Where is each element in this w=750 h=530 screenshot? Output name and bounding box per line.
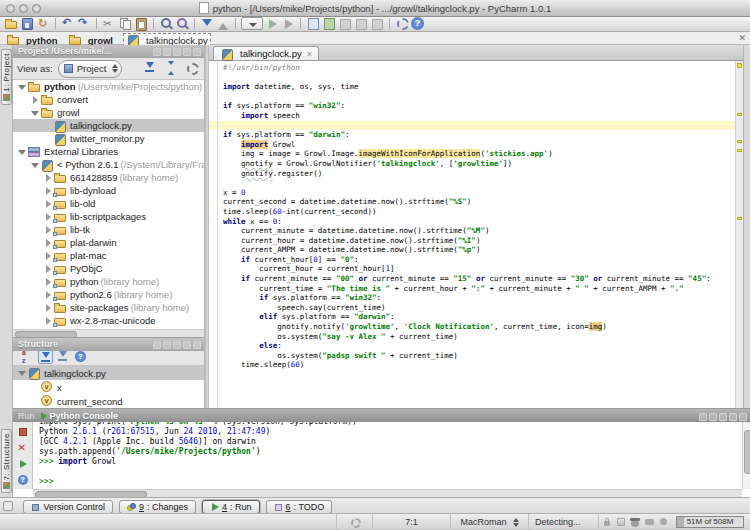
console-horizontal-scrollbar[interactable] xyxy=(33,489,742,497)
tree-open-arrow-icon[interactable] xyxy=(30,108,40,118)
tree-closed-arrow-icon[interactable] xyxy=(43,225,53,235)
tree-item-twitter-monitor.py[interactable]: twitter_monitor.py xyxy=(13,132,204,145)
sync-icon[interactable] xyxy=(36,17,50,30)
collapse-all-icon[interactable] xyxy=(164,61,179,75)
sidebar-item-structure[interactable]: 7: Structure xyxy=(1,429,12,493)
editor-area[interactable]: talkingclock.py × #!/usr/bin/pythonimpor… xyxy=(209,45,743,408)
tab-talkingclock[interactable]: talkingclock.py × xyxy=(213,46,319,60)
help-button-icon[interactable] xyxy=(17,474,29,486)
tree-item-site-packages[interactable]: site-packages (library home) xyxy=(13,301,204,314)
tab-python-console[interactable]: Python Console xyxy=(41,411,119,421)
close-icon[interactable] xyxy=(193,48,201,56)
tree-item-python-2.6.1[interactable]: < Python 2.6.1 (/System/Library/Fram xyxy=(13,158,204,171)
toolwindow-button-todo[interactable]: 6: TODO xyxy=(266,500,333,514)
tree-closed-arrow-icon[interactable] xyxy=(43,238,53,248)
warning-mark[interactable] xyxy=(737,140,742,143)
memory-indicator[interactable]: 51M of 508M xyxy=(670,514,750,530)
tree-open-arrow-icon[interactable] xyxy=(17,147,27,157)
close-icon[interactable] xyxy=(739,413,747,421)
pin-icon[interactable] xyxy=(173,341,181,349)
project-panel-header[interactable]: Project /Users/mike/... xyxy=(13,45,204,58)
autoscroll-icon[interactable] xyxy=(143,61,158,75)
pin-icon[interactable] xyxy=(173,48,181,56)
float-icon[interactable] xyxy=(699,413,707,421)
dock-icon[interactable] xyxy=(709,413,717,421)
caret-position-widget[interactable]: 7:1 xyxy=(372,514,450,530)
gray3-icon[interactable] xyxy=(370,17,384,30)
tree-item-wx-2.8-mac-unicode[interactable]: wx-2.8-mac-unicode xyxy=(13,314,204,327)
dot-icon[interactable] xyxy=(659,517,667,527)
encoding-widget[interactable]: MacRoman xyxy=(450,514,528,530)
copy-icon[interactable] xyxy=(118,17,132,30)
close-icon[interactable]: ✕ xyxy=(738,32,746,45)
debug-icon[interactable] xyxy=(281,17,295,30)
tree-closed-arrow-icon[interactable] xyxy=(43,277,53,287)
console-vertical-scrollbar[interactable] xyxy=(742,422,750,489)
code-editor[interactable]: #!/usr/bin/pythonimport datetime, os, sy… xyxy=(209,61,743,408)
tree-item-talkingclock.py[interactable]: talkingclock.py xyxy=(13,119,204,132)
warning-mark[interactable] xyxy=(737,149,742,152)
execute-button-icon[interactable] xyxy=(17,458,29,470)
tree-item-python[interactable]: python (library home) xyxy=(13,275,204,288)
tree-item-lib-scriptpackages[interactable]: lib-scriptpackages xyxy=(13,210,204,223)
tree-closed-arrow-icon[interactable] xyxy=(43,186,53,196)
bubble-icon[interactable] xyxy=(645,517,653,527)
tree-item-talkingclock.py[interactable]: talkingclock.py xyxy=(13,366,204,380)
tree-closed-arrow-icon[interactable] xyxy=(43,316,53,326)
tree-open-arrow-icon[interactable] xyxy=(17,368,27,378)
tree-closed-arrow-icon[interactable] xyxy=(30,95,40,105)
runconfig-icon[interactable] xyxy=(241,17,263,30)
tree-closed-arrow-icon[interactable] xyxy=(43,251,53,261)
project-horizontal-scrollbar[interactable] xyxy=(13,329,204,337)
export-icon[interactable] xyxy=(306,17,320,30)
float-icon[interactable] xyxy=(153,341,161,349)
tree-closed-arrow-icon[interactable] xyxy=(43,212,53,222)
inspector-icon[interactable] xyxy=(630,517,638,527)
tree-item-pyobjc[interactable]: PyObjC xyxy=(13,262,204,275)
pin-icon[interactable] xyxy=(719,413,727,421)
console-output[interactable]: import sys; print('Python %s on %s' % (s… xyxy=(33,422,742,489)
toolwindow-button-run[interactable]: 4: Run xyxy=(202,500,260,514)
tree-item-661428859[interactable]: 661428859 (library home) xyxy=(13,171,204,184)
open-icon[interactable] xyxy=(4,17,18,30)
run-icon[interactable] xyxy=(265,17,279,30)
tree-item-plat-mac[interactable]: plat-mac xyxy=(13,249,204,262)
undo-icon[interactable] xyxy=(61,17,75,30)
tab-close-icon[interactable]: × xyxy=(307,49,312,59)
float-icon[interactable] xyxy=(153,48,161,56)
close-icon[interactable] xyxy=(193,341,201,349)
tree-item-lib-dynload[interactable]: lib-dynload xyxy=(13,184,204,197)
tree-item-x[interactable]: x xyxy=(13,380,204,394)
warning-mark[interactable] xyxy=(737,63,742,68)
replace-icon[interactable] xyxy=(175,17,189,30)
help-icon[interactable] xyxy=(74,350,89,364)
hide-icon[interactable] xyxy=(183,48,191,56)
background-tasks-widget[interactable] xyxy=(336,514,372,530)
close-button-icon[interactable] xyxy=(17,442,29,454)
tree-item-python2.6[interactable]: python2.6 (library home) xyxy=(13,288,204,301)
lock-icon[interactable] xyxy=(602,517,610,527)
dock-icon[interactable] xyxy=(163,341,171,349)
update-icon[interactable] xyxy=(200,17,214,30)
tree-closed-arrow-icon[interactable] xyxy=(43,173,53,183)
tree-closed-arrow-icon[interactable] xyxy=(43,264,53,274)
tree-item-external-libraries[interactable]: External Libraries xyxy=(13,145,204,158)
error-stripe[interactable] xyxy=(735,61,743,408)
save-icon[interactable] xyxy=(20,17,34,30)
settings-icon[interactable] xyxy=(395,17,409,30)
package-icon[interactable] xyxy=(322,17,336,30)
console-header[interactable]: Run Python Console xyxy=(13,409,750,422)
view-as-dropdown[interactable]: Project xyxy=(58,60,123,78)
paste-icon[interactable] xyxy=(134,17,148,30)
help-icon[interactable] xyxy=(411,17,425,30)
tree-item-convert[interactable]: convert xyxy=(13,93,204,106)
hide-icon[interactable] xyxy=(729,413,737,421)
gray1-icon[interactable] xyxy=(338,17,352,30)
stop-button-icon[interactable] xyxy=(17,426,29,438)
cut-icon[interactable] xyxy=(102,17,116,30)
find-icon[interactable] xyxy=(159,17,173,30)
show-fields-icon[interactable] xyxy=(38,350,53,364)
tree-closed-arrow-icon[interactable] xyxy=(43,290,53,300)
tree-item-plat-darwin[interactable]: plat-darwin xyxy=(13,236,204,249)
tree-item-lib-old[interactable]: lib-old xyxy=(13,197,204,210)
